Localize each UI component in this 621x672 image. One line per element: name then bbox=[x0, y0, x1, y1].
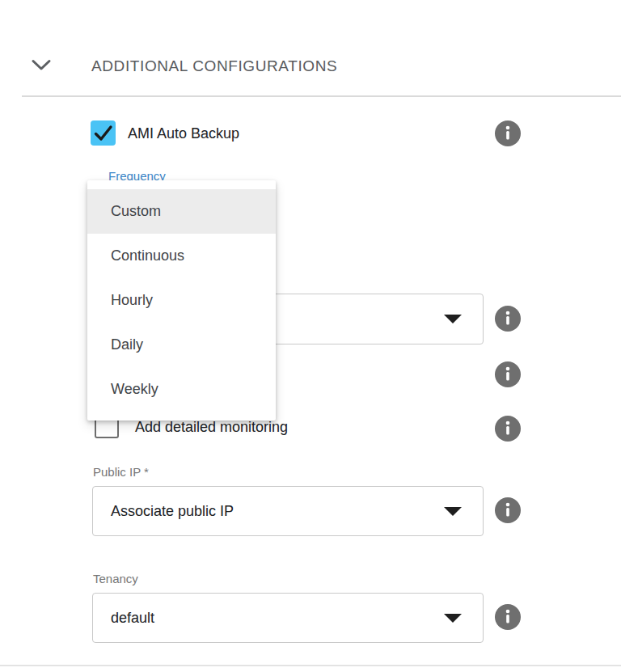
frequency-dropdown-menu: CustomContinuousHourlyDailyWeekly bbox=[87, 180, 276, 421]
checkmark-icon bbox=[91, 120, 116, 146]
info-icon[interactable] bbox=[495, 604, 521, 630]
tenancy-select[interactable]: default bbox=[92, 593, 484, 643]
frequency-option-continuous[interactable]: Continuous bbox=[87, 234, 276, 278]
dropdown-arrow-icon bbox=[444, 315, 462, 323]
ami-auto-backup-checkbox[interactable] bbox=[91, 120, 116, 146]
public-ip-value: Associate public IP bbox=[111, 503, 234, 520]
divider bbox=[22, 95, 621, 97]
frequency-option-daily[interactable]: Daily bbox=[87, 323, 276, 367]
divider bbox=[0, 665, 621, 666]
tenancy-field-label: Tenancy bbox=[93, 572, 138, 585]
detailed-monitoring-label[interactable]: Add detailed monitoring bbox=[135, 419, 288, 436]
frequency-option-custom[interactable]: Custom bbox=[87, 189, 276, 234]
public-ip-field-label: Public IP * bbox=[93, 465, 149, 479]
ami-auto-backup-label[interactable]: AMI Auto Backup bbox=[128, 125, 239, 142]
frequency-option-weekly[interactable]: Weekly bbox=[87, 367, 276, 412]
info-icon[interactable] bbox=[495, 361, 521, 387]
chevron-down-icon[interactable] bbox=[31, 58, 52, 72]
tenancy-value: default bbox=[111, 610, 154, 627]
dropdown-arrow-icon bbox=[444, 507, 462, 516]
section-title: ADDITIONAL CONFIGURATIONS bbox=[91, 57, 337, 75]
frequency-option-hourly[interactable]: Hourly bbox=[87, 278, 276, 323]
public-ip-select[interactable]: Associate public IP bbox=[92, 486, 484, 536]
info-icon[interactable] bbox=[495, 306, 521, 332]
dropdown-arrow-icon bbox=[444, 614, 462, 623]
info-icon[interactable] bbox=[495, 416, 521, 442]
info-icon[interactable] bbox=[495, 120, 521, 146]
info-icon[interactable] bbox=[495, 497, 521, 523]
